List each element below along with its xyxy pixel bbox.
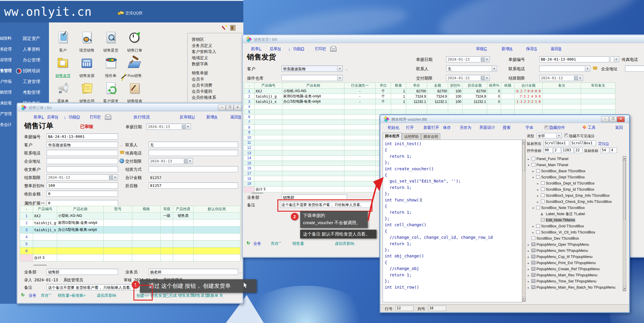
chevron-down-icon[interactable]: ▼ — [585, 66, 590, 71]
script-tool-保存[interactable]: 保存 — [443, 125, 451, 130]
ba-cell[interactable]: XXJ — [33, 213, 57, 220]
bb-cell[interactable]: 0 — [487, 99, 501, 104]
bb-cell[interactable]: 7324.9 — [462, 94, 487, 99]
bb-cell[interactable] — [543, 104, 581, 110]
tree-item-ScrollBox_Dept_Id[interactable]: ▸ScrollBox_Dept_Id TScrollBox — [526, 180, 622, 187]
script-tool-新窗打开[interactable]: 新窗打开 — [423, 125, 439, 130]
bb-cell[interactable] — [543, 89, 581, 94]
tree-item-Panel_Func[interactable]: ▸Panel_Func TPanel — [526, 156, 622, 162]
bb-cell[interactable] — [282, 130, 344, 135]
chevron-down-icon[interactable]: ▼ — [187, 159, 192, 164]
ba-cell[interactable] — [104, 234, 132, 241]
chevron-down-icon[interactable]: ▼ — [185, 124, 190, 129]
bb-cell[interactable] — [515, 104, 543, 110]
bb-cell[interactable]: 小型机-XG-NG — [282, 89, 344, 94]
tab-脚本说明[interactable]: 脚本说明 — [421, 133, 440, 140]
ba-cell[interactable] — [132, 241, 161, 247]
bb-cell[interactable] — [255, 109, 282, 115]
tree-item-PopupMenu_Print_Ext[interactable]: ▸PopupMenu_Print_Ext TPopupMenu — [526, 260, 622, 266]
ba-field-more[interactable]: .. — [120, 143, 123, 147]
script-tool-搜索[interactable]: 搜索 — [503, 125, 511, 130]
toolbar-link-打印[interactable]: 打印P — [315, 46, 326, 52]
script-tool-隐藏控件[interactable]: 隐藏控件 — [549, 125, 565, 130]
bb-cell[interactable]: - — [344, 99, 376, 104]
bb-cell[interactable]: 11232.1 — [462, 99, 487, 104]
minimize-button[interactable]: ─ — [218, 105, 226, 110]
sidebar-item-5[interactable]: 购管理 — [0, 90, 12, 95]
bb-cell[interactable] — [543, 109, 581, 115]
bb-cell[interactable]: 15 — [244, 161, 255, 166]
minimize-button[interactable]: ─ — [601, 116, 609, 122]
ba-cell[interactable] — [193, 220, 240, 227]
ba-cell[interactable] — [161, 227, 173, 234]
bb-cell[interactable] — [255, 130, 282, 135]
ba-cell[interactable] — [173, 241, 193, 247]
ba-field-结算期限[interactable]: 2024-01-13▼ — [47, 174, 118, 180]
ba-cell[interactable] — [132, 220, 161, 227]
bb-cell[interactable] — [344, 130, 376, 135]
module-icon-spot[interactable]: 现货销售 — [75, 29, 98, 54]
ba-cell[interactable] — [104, 241, 132, 247]
ba-cell[interactable] — [193, 241, 240, 247]
ba-field-单据编号[interactable]: BA-24-01-13-0001 — [47, 134, 118, 140]
tree-item-PopupMenu_Main_Res_Batch_No[interactable]: ▸PopupMenu_Main_Res_Batch_No TPopupMenu — [526, 285, 622, 291]
bb-cell[interactable] — [282, 161, 344, 166]
ba-cell[interactable] — [132, 227, 161, 234]
type-dropdown[interactable]: 全部▼ — [537, 133, 562, 138]
ba-cell[interactable] — [161, 234, 173, 241]
chevron-down-icon[interactable]: ▼ — [556, 134, 561, 138]
bb-action-业务[interactable]: 业务 — [253, 241, 261, 246]
bb-cell[interactable] — [282, 125, 344, 130]
bb-cell[interactable] — [255, 125, 282, 130]
tree-item-Edit_Note[interactable]: Edit_Note TMemo — [526, 217, 622, 223]
scroll-down-icon[interactable]: ▼ — [623, 287, 626, 291]
chevron-down-icon[interactable]: ▼ — [337, 66, 342, 71]
ba-cell[interactable]: taishiji_g — [33, 220, 57, 227]
bb-cell[interactable] — [344, 171, 376, 176]
tree-item-ScrollBox_Vr_Ctl_Info[interactable]: ▸ScrollBox_Vr_Ctl_Info TScrollBox — [526, 229, 622, 236]
bb-cell[interactable] — [376, 104, 391, 110]
bb-dept-field[interactable]: 销售部 — [281, 194, 347, 200]
ba-dept-field[interactable]: 销售部 — [47, 269, 118, 275]
ba-cell[interactable] — [57, 247, 104, 254]
ctl-coord-1[interactable]: 2 — [553, 148, 561, 153]
sidebar-item-col2-1[interactable]: 人事资料 — [23, 47, 40, 52]
ba-action-虚拟库影响[interactable]: 虚拟库影响 — [97, 293, 117, 298]
bb-cell[interactable] — [255, 166, 282, 171]
bb-cell[interactable] — [344, 120, 376, 125]
bb-cell[interactable] — [581, 99, 615, 104]
bb-cell[interactable] — [282, 181, 344, 186]
menu-item-g2-4[interactable]: 会员价格体系 — [192, 95, 216, 100]
ba-cell[interactable] — [161, 220, 173, 227]
phone-icon[interactable]: ☎ — [592, 66, 598, 71]
expand-icon[interactable]: ▸ — [528, 248, 532, 254]
ba-field-联系人[interactable]: 无 — [149, 142, 238, 148]
mouse-at-box2[interactable]: ScrollBox1 — [570, 141, 596, 146]
bb-cell[interactable]: 62700 — [406, 89, 427, 94]
bb-cell[interactable] — [255, 135, 282, 140]
tab-说明帮助[interactable]: 说明帮助 — [402, 133, 421, 140]
ba-cell[interactable] — [132, 213, 161, 220]
code-scrollbar[interactable]: ▲ ▼ — [522, 140, 526, 302]
ba-cell[interactable] — [104, 213, 132, 220]
ba-cell[interactable]: 5 — [20, 241, 33, 247]
bb-cell[interactable]: 19 — [244, 181, 255, 186]
bb-cell[interactable]: 17 — [244, 171, 255, 176]
module-icon-invoice[interactable]: 销售发票 — [75, 55, 98, 79]
sidebar-item-col2-4[interactable]: 工资管理 — [23, 79, 40, 85]
bb-doc-date-field[interactable]: 2024-01-13▼ — [446, 56, 490, 62]
bb-cell[interactable]: 家用G型电脑-金奥-onlyit — [282, 94, 344, 99]
bb-cell[interactable] — [344, 181, 376, 186]
close-button[interactable]: ✕ — [234, 105, 242, 110]
toolbar-link-保存[interactable]: 保存S — [526, 46, 537, 52]
bb-cell[interactable]: taishiji_g — [255, 94, 282, 99]
bb-action-销售量[interactable]: 销售量 — [292, 241, 304, 246]
bb-cell[interactable] — [462, 109, 487, 115]
bb-cell[interactable] — [282, 120, 344, 125]
ba-cell[interactable] — [132, 234, 161, 241]
ba-action-销售退货[interactable]: 销售退货 — [193, 293, 208, 298]
script-tool-另存为[interactable]: 另存为 — [460, 125, 471, 130]
ba-note-field[interactable]: 这个备注不需要 发货给客户看， 只给制单人员看。 — [47, 284, 210, 290]
ba-cell[interactable] — [193, 213, 240, 220]
mouse-coord-0[interactable]: 54 — [601, 148, 609, 153]
